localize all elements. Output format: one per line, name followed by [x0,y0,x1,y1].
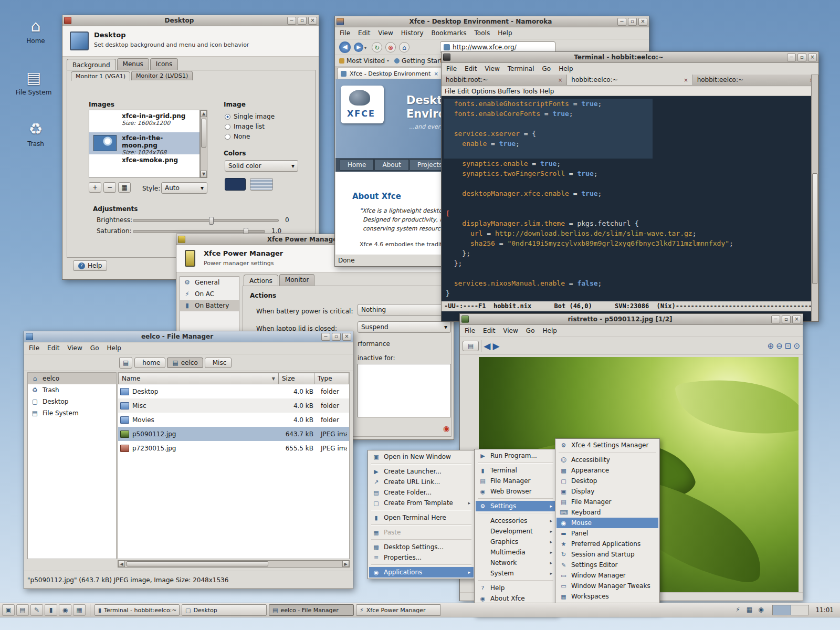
scroll-down-icon[interactable]: ▼ [201,171,207,177]
minimize-button[interactable]: − [321,333,330,341]
menu-item[interactable]: Network ▸ [476,558,555,568]
desktop-icon-trash[interactable]: ♻ Trash [12,119,60,148]
site-nav-item[interactable]: Home [340,159,374,171]
menu-item[interactable]: System ▸ [476,568,555,579]
power-inactive-panel[interactable] [358,364,451,417]
scrollbar-thumb[interactable] [201,119,206,148]
menu-item[interactable]: ▢ Desktop [556,476,658,486]
power-side-tab[interactable]: ⚡ On AC [180,288,239,300]
desktop-icon-home[interactable]: ⌂ Home [12,16,60,45]
tab[interactable]: Actions [244,275,278,286]
task-button[interactable]: ▮ Terminal - hobbit:eelco:~ [94,604,180,616]
menu-item[interactable]: ▤ File Manager [476,476,555,486]
menu-item[interactable]: Multimedia ▸ [476,547,555,558]
stop-icon[interactable]: ⊗ [385,42,396,52]
remove-image-button[interactable]: − [103,182,116,193]
titlebar[interactable]: Xfce - Desktop Environment - Namoroka − … [335,16,649,27]
menu[interactable]: History [397,28,427,38]
tray-icon[interactable]: ⚡ [732,605,743,615]
saturation-slider[interactable] [133,230,265,233]
menu-item[interactable] [478,463,553,464]
path-button[interactable]: home [134,358,165,368]
task-button[interactable]: ▤ eelco - File Manager [269,604,354,616]
close-button[interactable]: × [342,333,351,341]
tab[interactable]: Background [67,59,116,70]
menu-item[interactable]: ? Help [476,583,555,593]
slider-handle[interactable] [209,217,214,225]
menu-item[interactable] [371,539,471,540]
menu-item[interactable]: ≡ Properties... [369,552,474,563]
back-icon[interactable]: ◀ [339,41,351,53]
tray-icon[interactable]: ◉ [755,605,766,615]
menu-item[interactable]: ★ Preferred Applications [556,539,658,549]
menu[interactable]: Go [539,64,555,74]
menu[interactable]: File [25,343,43,353]
close-button[interactable]: × [638,18,647,26]
reload-icon[interactable]: ↻ [372,42,382,52]
horizontal-scrollbar[interactable]: ◀ ▶ [118,560,350,568]
tray-icon[interactable]: ▦ [744,605,754,615]
menu-item[interactable]: ▶ Create Launcher... [369,466,474,477]
menu[interactable]: View [499,326,521,335]
menu[interactable]: Edit [479,326,499,335]
brightness-slider[interactable] [133,219,279,222]
launcher-button[interactable]: ▤ [16,604,29,616]
column-size[interactable]: Size [279,373,314,384]
monitor-tab[interactable]: Monitor 1 (VGA1) [71,71,130,81]
tab[interactable]: Menus [117,58,149,70]
menu-item[interactable]: ▦ Paste [369,527,474,538]
menu-item[interactable]: ▤ Create Folder... [369,487,474,498]
menu[interactable]: Help [103,343,124,353]
launcher-button[interactable]: ✎ [30,604,43,616]
menu-item[interactable]: ◉ Web Browser [476,486,555,497]
menu-item[interactable]: ✎ Settings Editor [556,560,658,570]
file-row[interactable]: Movies 4.0 kB folder [118,413,349,427]
menu-item[interactable] [371,464,471,465]
close-button[interactable]: × [808,54,817,61]
menu-item[interactable]: ▢ Create From Template ▸ [369,498,474,508]
duplicate-image-button[interactable]: ▦ [118,182,131,193]
menu-item[interactable]: ↗ Create URL Link... [369,477,474,487]
maximize-button[interactable]: ▫ [797,54,806,61]
minimize-button[interactable]: − [617,18,626,26]
help-button[interactable]: ? Help [73,260,107,271]
wallpaper-item[interactable]: xfce-smoke.png [89,154,200,176]
launcher-button[interactable]: ▦ [73,604,86,616]
gradient-swatch-button[interactable] [250,178,273,191]
menu[interactable]: Help [494,28,516,38]
terminal-tab[interactable]: hobbit:eelco:~ × [567,75,692,85]
wallpaper-item[interactable]: xfce-in-a-grid.png Size: 840x630 [89,110,200,132]
menu-item[interactable]: ▣ Open in New Window [369,452,474,462]
tab-close-icon[interactable]: × [558,77,562,83]
menu[interactable]: File [336,28,354,38]
open-file-icon[interactable]: ▤ [463,341,479,351]
minimize-button[interactable]: − [287,17,296,25]
colors-dropdown[interactable]: Solid color ▾ [225,160,298,172]
menu-item[interactable]: ▮ Terminal [476,465,555,476]
menu-item[interactable]: ▩ Appearance [556,465,658,476]
menu-item[interactable]: ▦ Workspaces [556,591,658,602]
column-name[interactable]: Name ▼ [118,373,279,384]
maximize-button[interactable]: ▫ [298,17,307,25]
menu-item[interactable] [478,498,553,499]
file-row[interactable]: p7230015.jpg 655.5 kB JPEG image [118,441,349,455]
menu[interactable]: View [374,28,396,38]
menu-item[interactable]: ▤ File Manager [556,497,658,507]
menu-item[interactable]: ▭ Window Manager Tweaks [556,581,658,591]
path-button[interactable]: ▤ eelco [167,358,203,368]
tab[interactable]: Monitor [279,274,315,286]
scroll-up-icon[interactable]: ▲ [201,110,207,117]
menu[interactable]: Terminal [504,64,538,74]
menu-item[interactable]: ▩ Desktop Settings... [369,542,474,552]
menu-item[interactable]: ◉ About Xfce [476,593,555,604]
maximize-button[interactable]: ▫ [628,18,637,26]
radio-single-image[interactable]: Single image [225,113,275,120]
menu[interactable]: View [64,343,86,353]
menu[interactable]: Edit [461,64,480,74]
titlebar[interactable]: eelco - File Manager − ▫ × [24,331,353,342]
radio-none[interactable]: None [225,133,250,140]
terminal-tab[interactable]: hobbit:eelco:~ × [693,75,818,85]
menu-item[interactable]: Accessories ▸ [476,516,555,526]
menu-item[interactable]: ☺ Accessibility [556,455,658,465]
desktop-icon-filesystem[interactable]: ▤ File System [9,67,58,97]
